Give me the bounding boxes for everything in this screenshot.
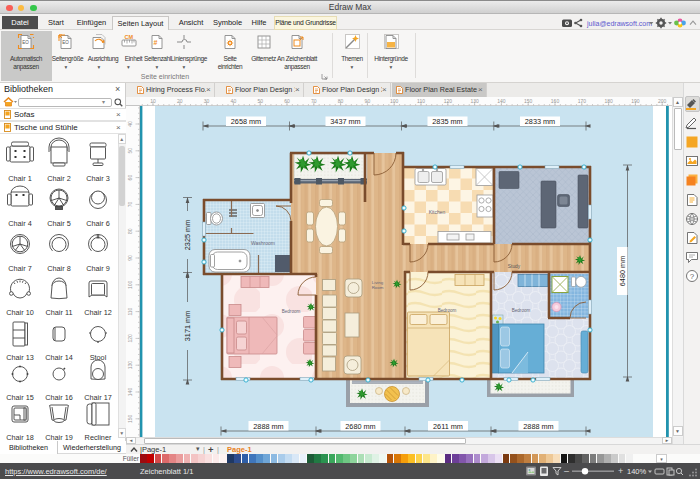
svg-text:110: 110 — [127, 307, 133, 315]
svg-text:2888 mm: 2888 mm — [523, 422, 553, 431]
svg-text:Chair 16: Chair 16 — [45, 393, 73, 402]
svg-text:170: 170 — [578, 98, 587, 104]
svg-text:150: 150 — [524, 98, 533, 104]
svg-text:Chair 10: Chair 10 — [6, 308, 34, 317]
svg-text:–: – — [564, 466, 569, 476]
svg-text:10: 10 — [150, 98, 156, 104]
svg-text:100: 100 — [390, 98, 399, 104]
svg-text:#: # — [154, 39, 158, 46]
svg-text:140: 140 — [127, 388, 133, 397]
svg-text:Chair 15: Chair 15 — [6, 393, 34, 402]
svg-text:Chair 12: Chair 12 — [84, 308, 112, 317]
svg-text:Chair 2: Chair 2 — [47, 174, 71, 183]
svg-text:2325 mm: 2325 mm — [183, 220, 192, 250]
svg-text:Chair 5: Chair 5 — [47, 219, 71, 228]
svg-text:120: 120 — [127, 334, 133, 343]
svg-text:140: 140 — [497, 98, 506, 104]
svg-text:30: 30 — [204, 98, 210, 104]
svg-text:Bedroom: Bedroom — [282, 309, 301, 314]
svg-text:Chair 4: Chair 4 — [8, 219, 32, 228]
svg-text:Chair 7: Chair 7 — [8, 264, 32, 273]
svg-text:Chair 11: Chair 11 — [45, 308, 72, 317]
svg-text:julia@edrawsoft.com: julia@edrawsoft.com — [586, 20, 652, 28]
svg-text:?: ? — [690, 272, 695, 281]
svg-text:2658 mm: 2658 mm — [231, 117, 261, 126]
svg-text:Chair 13: Chair 13 — [6, 353, 34, 362]
svg-text:CM: CM — [124, 34, 133, 40]
svg-text:Room: Room — [372, 285, 384, 290]
svg-text:2680 mm: 2680 mm — [345, 422, 375, 431]
svg-text:50: 50 — [127, 148, 133, 154]
svg-text:80: 80 — [338, 98, 344, 104]
svg-text:120: 120 — [444, 98, 453, 104]
svg-text:150: 150 — [127, 414, 133, 423]
svg-text:40: 40 — [127, 121, 133, 127]
svg-text:Chair 1: Chair 1 — [8, 174, 32, 183]
svg-text:180: 180 — [604, 98, 613, 104]
svg-text:EO: EO — [62, 40, 69, 45]
svg-text:2888 mm: 2888 mm — [253, 422, 283, 431]
svg-text:70: 70 — [127, 201, 133, 207]
svg-text:100: 100 — [127, 280, 133, 289]
svg-text:Chair 18: Chair 18 — [6, 433, 34, 441]
svg-text:70: 70 — [311, 98, 317, 104]
svg-text:Washroom: Washroom — [251, 240, 275, 246]
svg-text:Chair 6: Chair 6 — [86, 219, 110, 228]
svg-text:Bedroom: Bedroom — [512, 308, 531, 313]
svg-text:Chair 8: Chair 8 — [47, 264, 71, 273]
svg-text:50: 50 — [257, 98, 263, 104]
svg-text:Chair 14: Chair 14 — [45, 353, 73, 362]
svg-text:130: 130 — [127, 361, 133, 370]
svg-text:2611 mm: 2611 mm — [433, 422, 463, 431]
svg-text:160: 160 — [551, 98, 560, 104]
svg-text:Chair 9: Chair 9 — [86, 264, 110, 273]
svg-text:200: 200 — [658, 98, 667, 104]
svg-text:Chair 17: Chair 17 — [84, 393, 112, 402]
svg-text:20: 20 — [177, 98, 183, 104]
svg-text:EO: EO — [22, 40, 29, 45]
svg-text:130: 130 — [470, 98, 479, 104]
svg-text:2835 mm: 2835 mm — [432, 117, 462, 126]
svg-text:40: 40 — [231, 98, 237, 104]
svg-text:190: 190 — [631, 98, 640, 104]
svg-text:3171 mm: 3171 mm — [183, 311, 192, 341]
svg-text:90: 90 — [365, 98, 371, 104]
svg-text:140%: 140% — [627, 467, 647, 476]
svg-text:3437 mm: 3437 mm — [330, 117, 360, 126]
svg-text:6480 mm: 6480 mm — [618, 256, 627, 286]
svg-text:2833 mm: 2833 mm — [525, 117, 555, 126]
svg-text:Chair 3: Chair 3 — [86, 174, 110, 183]
svg-text:60: 60 — [284, 98, 290, 104]
svg-text:+: + — [618, 466, 623, 476]
svg-text:90: 90 — [127, 255, 133, 261]
svg-text:60: 60 — [127, 175, 133, 181]
svg-text:Study: Study — [508, 264, 521, 269]
svg-text:80: 80 — [127, 228, 133, 234]
svg-text:Recliner: Recliner — [85, 433, 112, 441]
svg-text:Chair 19: Chair 19 — [45, 433, 73, 441]
svg-text:Bedroom: Bedroom — [438, 308, 457, 313]
svg-text:110: 110 — [417, 98, 425, 104]
svg-text:Kitchen: Kitchen — [429, 209, 446, 215]
